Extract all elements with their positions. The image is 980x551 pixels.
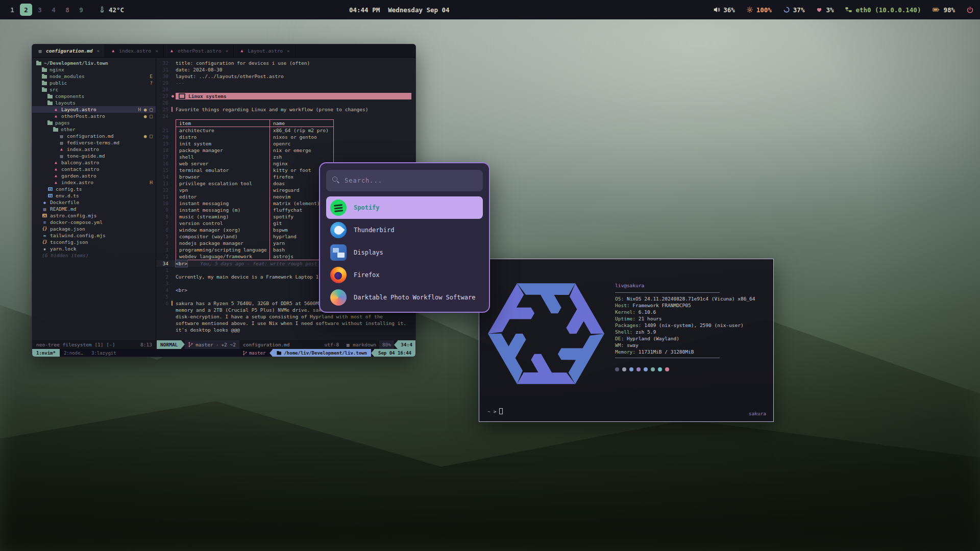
workspace-button[interactable]: 8 bbox=[61, 4, 74, 16]
git-blame-text: You, 5 days ago - feat: write rough post… bbox=[194, 260, 326, 267]
fetch-fields: OS: NixOS 24.11.20240828.71e91c4 (Vicuna… bbox=[615, 292, 720, 358]
buffer-line: 27 ● Linux systems bbox=[156, 93, 411, 99]
app-label: Darktable Photo Workflow Software bbox=[354, 294, 475, 301]
table-cell-item: shell bbox=[176, 154, 270, 160]
palette-dot bbox=[622, 367, 626, 371]
workspace-button[interactable]: 4 bbox=[47, 4, 60, 16]
tab-close-icon[interactable]: × bbox=[226, 48, 229, 54]
shell-prompt[interactable]: ~ > bbox=[487, 408, 503, 414]
file-tree-item[interactable]: yarn.lock bbox=[32, 245, 156, 252]
table-cell-item: init system bbox=[176, 140, 270, 147]
fetch-terminal-window[interactable]: liv@sakura OS: NixOS 24.11.20240828.71e9… bbox=[479, 259, 774, 422]
terminal-color-palette bbox=[615, 367, 720, 371]
file-tree-item[interactable]: docker-compose.yml bbox=[32, 219, 156, 226]
file-tree-item[interactable]: package.json bbox=[32, 226, 156, 232]
file-tree-item[interactable]: layouts bbox=[32, 99, 156, 106]
table-cell-item: programming/scripting language bbox=[176, 246, 270, 253]
file-tree-item[interactable]: (6 hidden items) bbox=[32, 252, 156, 259]
file-tree-item[interactable]: public ? bbox=[32, 80, 156, 86]
launcher-item[interactable]: Spotify bbox=[326, 196, 483, 219]
table-cell-item: compositor (wayland) bbox=[176, 233, 270, 240]
line-text: Currently, my main device is a Framework… bbox=[176, 273, 318, 280]
file-tree-item[interactable]: contact.astro bbox=[32, 166, 156, 172]
file-tree-item[interactable]: nginx bbox=[32, 66, 156, 73]
app-icon bbox=[330, 222, 347, 238]
buffer-line: 31 date: 2024-08-30 bbox=[156, 66, 415, 73]
file-name: yarn.lock bbox=[50, 246, 76, 252]
tab-close-icon[interactable]: × bbox=[155, 48, 158, 54]
file-tree-item[interactable]: configuration.md ● □ bbox=[32, 133, 156, 139]
line-number: 24 bbox=[156, 113, 172, 119]
file-icon bbox=[42, 200, 47, 205]
power-button[interactable] bbox=[966, 6, 974, 14]
file-tree-item[interactable]: fediverse-terms.md bbox=[32, 139, 156, 146]
statusline: neo-tree filesystem [1] [-] 8:13 NORMAL … bbox=[32, 340, 415, 349]
file-tree-item[interactable]: index.astro H bbox=[32, 179, 156, 186]
line-text: --- bbox=[176, 80, 184, 86]
fetch-field-value: zsh 5.9 bbox=[635, 329, 656, 335]
git-branch-icon bbox=[188, 342, 193, 347]
neotree-status-text: neo-tree filesystem [1] [-] bbox=[36, 342, 115, 347]
file-tree-item[interactable]: pages bbox=[32, 119, 156, 126]
fetch-field: Kernel: 6.10.6 bbox=[615, 309, 720, 315]
file-icon bbox=[47, 101, 53, 105]
file-tree-item[interactable]: tailwind.config.mjs bbox=[32, 232, 156, 239]
file-tree-item[interactable]: astro.config.mjs bbox=[32, 212, 156, 219]
workspace-button[interactable]: 2 bbox=[20, 4, 32, 16]
buffer-line: 29 --- bbox=[156, 80, 415, 86]
line-number: 3 bbox=[156, 246, 172, 253]
tab-close-icon[interactable]: × bbox=[287, 48, 290, 54]
app-icon bbox=[330, 289, 347, 306]
git-status-mark: ? bbox=[150, 80, 156, 86]
launcher-item[interactable]: Thunderbird bbox=[326, 219, 483, 241]
line-number: 4 bbox=[156, 287, 172, 293]
tmux-window-tab[interactable]: 2:node… bbox=[60, 349, 87, 357]
file-tree-item[interactable]: other bbox=[32, 126, 156, 133]
file-tree-item[interactable]: index.astro bbox=[32, 146, 156, 153]
file-tree-item[interactable]: node_modules E bbox=[32, 73, 156, 80]
file-tree-item[interactable]: config.ts bbox=[32, 186, 156, 192]
line-number: 6 bbox=[156, 227, 172, 233]
search-input[interactable] bbox=[326, 170, 483, 191]
table-header-item: item bbox=[176, 119, 270, 127]
fetch-output: liv@sakura OS: NixOS 24.11.20240828.71e9… bbox=[479, 259, 773, 397]
tmux-window-tab[interactable]: 3:lazygit bbox=[87, 349, 120, 357]
line-number: 31 bbox=[156, 66, 172, 73]
file-name: nginx bbox=[50, 67, 64, 72]
file-tree-item[interactable]: Layout.astro H ● □ bbox=[32, 106, 156, 113]
editor-tab[interactable]: configuration.md × bbox=[32, 44, 105, 57]
file-tree-item[interactable]: tsconfig.json bbox=[32, 239, 156, 245]
editor-tab[interactable]: Layout.astro × bbox=[234, 44, 295, 57]
filetype-segment: markdown bbox=[342, 340, 379, 349]
launcher-item[interactable]: Displays bbox=[326, 241, 483, 264]
file-tree-item[interactable]: env.d.ts bbox=[32, 192, 156, 199]
file-tree-item[interactable]: Dockerfile bbox=[32, 199, 156, 206]
tab-close-icon[interactable]: × bbox=[97, 48, 100, 54]
fetch-field: OS: NixOS 24.11.20240828.71e91c4 (Vicuna… bbox=[615, 295, 720, 302]
file-tree-item[interactable]: components bbox=[32, 93, 156, 99]
editor-tab[interactable]: otherPost.astro × bbox=[164, 44, 234, 57]
workspace-button[interactable]: 3 bbox=[34, 4, 46, 16]
launcher-item[interactable]: Firefox bbox=[326, 264, 483, 286]
launcher-item[interactable]: Darktable Photo Workflow Software bbox=[326, 286, 483, 309]
editor-tab[interactable]: index.astro × bbox=[105, 44, 164, 57]
fetch-field-value: sway bbox=[627, 342, 639, 348]
file-tree-item[interactable]: tone-guide.md bbox=[32, 153, 156, 159]
line-number: 26 bbox=[156, 99, 172, 106]
file-tree-item[interactable]: README.md bbox=[32, 206, 156, 212]
table-cell-name: zsh bbox=[270, 154, 334, 160]
file-tree-item[interactable]: otherPost.astro ● □ bbox=[32, 113, 156, 119]
workspace-button[interactable]: 9 bbox=[75, 4, 87, 16]
tmux-window-tab[interactable]: 1:nvim* bbox=[32, 349, 60, 357]
file-tree-item[interactable]: src bbox=[32, 86, 156, 93]
file-tree-root[interactable]: ~/Development/liv.town bbox=[32, 60, 156, 66]
file-tree-item[interactable]: garden.astro bbox=[32, 172, 156, 179]
table-cell-item: editor bbox=[176, 193, 270, 200]
buffer-line: 25 ▍ Favorite things regarding Linux and… bbox=[156, 106, 415, 113]
file-name: components bbox=[55, 93, 84, 99]
table-cell-item: browser bbox=[176, 173, 270, 180]
workspace-button[interactable]: 1 bbox=[6, 4, 18, 16]
table-cell-item: architecture bbox=[176, 127, 270, 134]
file-tree-item[interactable]: balcony.astro bbox=[32, 159, 156, 166]
line-number: 27 bbox=[156, 93, 172, 99]
